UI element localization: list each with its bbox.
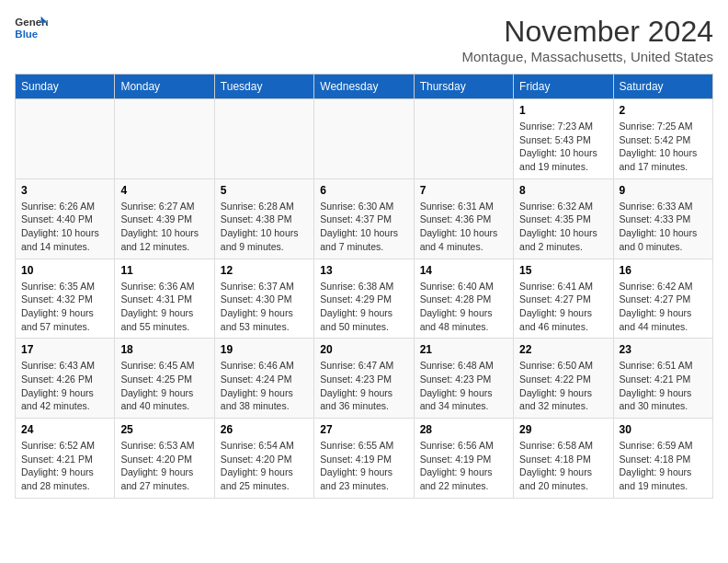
day-number: 26: [221, 423, 308, 436]
day-info: Sunrise: 6:48 AM Sunset: 4:23 PM Dayligh…: [420, 359, 507, 413]
calendar-cell: 12Sunrise: 6:37 AM Sunset: 4:30 PM Dayli…: [214, 259, 313, 339]
day-number: 10: [21, 264, 108, 277]
calendar-cell: 15Sunrise: 6:41 AM Sunset: 4:27 PM Dayli…: [514, 259, 613, 339]
header: General Blue November 2024 Montague, Mas…: [15, 15, 713, 64]
calendar-cell: 13Sunrise: 6:38 AM Sunset: 4:29 PM Dayli…: [314, 259, 414, 339]
calendar-cell: [214, 99, 313, 179]
day-number: 8: [519, 184, 607, 197]
calendar-cell: 22Sunrise: 6:50 AM Sunset: 4:22 PM Dayli…: [514, 339, 613, 419]
calendar-body: 1Sunrise: 7:23 AM Sunset: 5:43 PM Daylig…: [16, 99, 713, 499]
day-info: Sunrise: 6:59 AM Sunset: 4:18 PM Dayligh…: [620, 439, 707, 493]
day-number: 12: [221, 264, 308, 277]
day-header-tuesday: Tuesday: [214, 75, 313, 99]
day-number: 7: [420, 184, 507, 197]
day-info: Sunrise: 6:51 AM Sunset: 4:21 PM Dayligh…: [620, 359, 707, 413]
day-info: Sunrise: 7:25 AM Sunset: 5:42 PM Dayligh…: [620, 120, 707, 174]
svg-text:Blue: Blue: [15, 29, 38, 40]
day-number: 9: [620, 184, 707, 197]
calendar-table: SundayMondayTuesdayWednesdayThursdayFrid…: [15, 74, 713, 499]
day-header-monday: Monday: [115, 75, 214, 99]
day-info: Sunrise: 6:33 AM Sunset: 4:33 PM Dayligh…: [620, 200, 707, 254]
calendar-cell: 6Sunrise: 6:30 AM Sunset: 4:37 PM Daylig…: [314, 178, 414, 259]
day-info: Sunrise: 6:38 AM Sunset: 4:29 PM Dayligh…: [320, 280, 407, 334]
calendar-cell: 3Sunrise: 6:26 AM Sunset: 4:40 PM Daylig…: [16, 178, 115, 259]
calendar-cell: 7Sunrise: 6:31 AM Sunset: 4:36 PM Daylig…: [414, 178, 513, 259]
day-header-friday: Friday: [514, 75, 613, 99]
location-title: Montague, Massachusetts, United States: [462, 49, 713, 64]
day-number: 18: [120, 343, 208, 356]
day-info: Sunrise: 6:43 AM Sunset: 4:26 PM Dayligh…: [21, 359, 108, 413]
day-number: 29: [519, 423, 607, 436]
calendar-cell: [414, 99, 513, 179]
calendar-cell: 17Sunrise: 6:43 AM Sunset: 4:26 PM Dayli…: [16, 339, 115, 419]
day-info: Sunrise: 6:50 AM Sunset: 4:22 PM Dayligh…: [519, 359, 607, 413]
calendar-cell: 19Sunrise: 6:46 AM Sunset: 4:24 PM Dayli…: [214, 339, 313, 419]
day-info: Sunrise: 6:47 AM Sunset: 4:23 PM Dayligh…: [320, 359, 407, 413]
day-number: 14: [420, 264, 507, 277]
calendar-cell: [115, 99, 214, 179]
calendar-cell: 16Sunrise: 6:42 AM Sunset: 4:27 PM Dayli…: [613, 259, 712, 339]
day-number: 5: [221, 184, 308, 197]
logo: General Blue: [15, 15, 48, 42]
calendar-week-5: 24Sunrise: 6:52 AM Sunset: 4:21 PM Dayli…: [16, 419, 713, 499]
day-number: 30: [620, 423, 707, 436]
day-number: 3: [21, 184, 108, 197]
day-info: Sunrise: 6:41 AM Sunset: 4:27 PM Dayligh…: [519, 280, 607, 334]
day-number: 13: [320, 264, 407, 277]
day-number: 28: [420, 423, 507, 436]
day-number: 25: [120, 423, 208, 436]
day-info: Sunrise: 6:27 AM Sunset: 4:39 PM Dayligh…: [120, 200, 208, 254]
day-number: 11: [120, 264, 208, 277]
calendar-cell: 24Sunrise: 6:52 AM Sunset: 4:21 PM Dayli…: [16, 419, 115, 499]
calendar-cell: 23Sunrise: 6:51 AM Sunset: 4:21 PM Dayli…: [613, 339, 712, 419]
day-header-sunday: Sunday: [16, 75, 115, 99]
day-number: 1: [519, 104, 607, 117]
day-number: 16: [620, 264, 707, 277]
calendar-cell: [16, 99, 115, 179]
calendar-week-4: 17Sunrise: 6:43 AM Sunset: 4:26 PM Dayli…: [16, 339, 713, 419]
calendar-cell: 25Sunrise: 6:53 AM Sunset: 4:20 PM Dayli…: [115, 419, 214, 499]
day-info: Sunrise: 6:36 AM Sunset: 4:31 PM Dayligh…: [120, 280, 208, 334]
day-info: Sunrise: 6:35 AM Sunset: 4:32 PM Dayligh…: [21, 280, 108, 334]
day-header-wednesday: Wednesday: [314, 75, 414, 99]
day-number: 4: [120, 184, 208, 197]
day-number: 27: [320, 423, 407, 436]
day-number: 20: [320, 343, 407, 356]
day-number: 22: [519, 343, 607, 356]
day-info: Sunrise: 6:46 AM Sunset: 4:24 PM Dayligh…: [221, 359, 308, 413]
calendar-cell: 14Sunrise: 6:40 AM Sunset: 4:28 PM Dayli…: [414, 259, 513, 339]
day-info: Sunrise: 6:55 AM Sunset: 4:19 PM Dayligh…: [320, 439, 407, 493]
day-info: Sunrise: 6:58 AM Sunset: 4:18 PM Dayligh…: [519, 439, 607, 493]
day-info: Sunrise: 6:31 AM Sunset: 4:36 PM Dayligh…: [420, 200, 507, 254]
calendar-cell: 4Sunrise: 6:27 AM Sunset: 4:39 PM Daylig…: [115, 178, 214, 259]
day-info: Sunrise: 6:28 AM Sunset: 4:38 PM Dayligh…: [221, 200, 308, 254]
day-number: 15: [519, 264, 607, 277]
day-info: Sunrise: 6:53 AM Sunset: 4:20 PM Dayligh…: [120, 439, 208, 493]
day-info: Sunrise: 6:54 AM Sunset: 4:20 PM Dayligh…: [221, 439, 308, 493]
day-info: Sunrise: 6:52 AM Sunset: 4:21 PM Dayligh…: [21, 439, 108, 493]
calendar-cell: 26Sunrise: 6:54 AM Sunset: 4:20 PM Dayli…: [214, 419, 313, 499]
day-header-thursday: Thursday: [414, 75, 513, 99]
month-title: November 2024: [462, 15, 713, 49]
calendar-cell: 10Sunrise: 6:35 AM Sunset: 4:32 PM Dayli…: [16, 259, 115, 339]
calendar-week-3: 10Sunrise: 6:35 AM Sunset: 4:32 PM Dayli…: [16, 259, 713, 339]
calendar-header-row: SundayMondayTuesdayWednesdayThursdayFrid…: [16, 75, 713, 99]
calendar-cell: 28Sunrise: 6:56 AM Sunset: 4:19 PM Dayli…: [414, 419, 513, 499]
calendar-cell: 5Sunrise: 6:28 AM Sunset: 4:38 PM Daylig…: [214, 178, 313, 259]
calendar-cell: 21Sunrise: 6:48 AM Sunset: 4:23 PM Dayli…: [414, 339, 513, 419]
day-number: 24: [21, 423, 108, 436]
calendar-cell: 1Sunrise: 7:23 AM Sunset: 5:43 PM Daylig…: [514, 99, 613, 179]
title-area: November 2024 Montague, Massachusetts, U…: [462, 15, 713, 64]
calendar-cell: 27Sunrise: 6:55 AM Sunset: 4:19 PM Dayli…: [314, 419, 414, 499]
day-info: Sunrise: 6:37 AM Sunset: 4:30 PM Dayligh…: [221, 280, 308, 334]
day-number: 21: [420, 343, 507, 356]
calendar-cell: 8Sunrise: 6:32 AM Sunset: 4:35 PM Daylig…: [514, 178, 613, 259]
day-info: Sunrise: 6:42 AM Sunset: 4:27 PM Dayligh…: [620, 280, 707, 334]
calendar-cell: 30Sunrise: 6:59 AM Sunset: 4:18 PM Dayli…: [613, 419, 712, 499]
day-info: Sunrise: 6:45 AM Sunset: 4:25 PM Dayligh…: [120, 359, 208, 413]
calendar-cell: 29Sunrise: 6:58 AM Sunset: 4:18 PM Dayli…: [514, 419, 613, 499]
day-number: 19: [221, 343, 308, 356]
day-header-saturday: Saturday: [613, 75, 712, 99]
day-info: Sunrise: 6:30 AM Sunset: 4:37 PM Dayligh…: [320, 200, 407, 254]
day-info: Sunrise: 6:56 AM Sunset: 4:19 PM Dayligh…: [420, 439, 507, 493]
